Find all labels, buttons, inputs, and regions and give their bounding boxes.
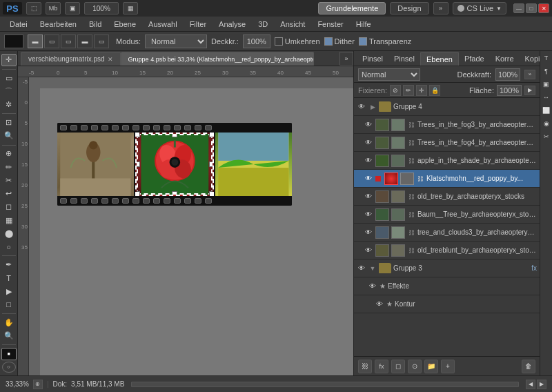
marquee-tool[interactable]: ▭ xyxy=(1,72,17,84)
minimize-button[interactable]: — xyxy=(513,3,524,13)
shape-tool[interactable]: □ xyxy=(1,299,17,311)
modus-select[interactable]: Normal xyxy=(145,35,207,48)
deckkraft-input[interactable] xyxy=(243,35,270,48)
blur-tool[interactable]: ⬤ xyxy=(1,228,17,239)
layers-adjustment-button[interactable]: ⊙ xyxy=(408,360,422,373)
shape-btn-5[interactable]: ▭ xyxy=(94,35,109,48)
layers-fx-button[interactable]: fx xyxy=(375,360,388,373)
brush-tool[interactable]: ✏ xyxy=(1,161,17,173)
panel-tab-pfade[interactable]: Pfade xyxy=(459,52,490,66)
fill-input[interactable] xyxy=(497,85,522,96)
layer-eye-kontur[interactable]: 👁 xyxy=(375,300,384,309)
cs-live-arrow[interactable]: ▼ xyxy=(496,6,502,12)
layers-mask-button[interactable]: ◻ xyxy=(391,360,405,373)
layer-trees-fog4[interactable]: 👁 ⛓ Trees_in_the_fog4_by_archaeopteryx..… xyxy=(354,134,540,152)
lock-transparent-icon[interactable]: ⊘ xyxy=(390,85,401,96)
layer-expand-gruppe3[interactable]: ▼ xyxy=(368,264,377,273)
layer-eye-effekte[interactable]: 👁 xyxy=(368,282,377,291)
spot-heal-tool[interactable]: ⊕ xyxy=(1,148,17,159)
tab-verschiebungsmatrix[interactable]: verschiebungsmatrix.psd ✕ xyxy=(21,52,121,66)
panel-tab-korre[interactable]: Korre xyxy=(490,52,520,66)
menu-datei[interactable]: Datei xyxy=(4,19,33,30)
foreground-color-box[interactable] xyxy=(4,35,23,48)
menu-auswahl[interactable]: Auswahl xyxy=(143,19,183,30)
shape-btn-1[interactable]: ▬ xyxy=(28,35,43,48)
layers-opacity-input[interactable] xyxy=(495,68,520,81)
fill-arrow[interactable]: ▶ xyxy=(524,86,535,95)
layer-eye-gruppe4[interactable]: 👁 xyxy=(357,102,366,112)
layer-eye-tree-clouds[interactable]: 👁 xyxy=(364,228,373,237)
panel-tab-pinsel2[interactable]: Pinsel xyxy=(388,52,420,66)
layer-klatschmohn[interactable]: 👁 ⛓ Klatschmohn__red_poppy_by... xyxy=(354,170,540,188)
rmtool-5[interactable]: ⬜ xyxy=(541,105,552,116)
tab-gruppe4[interactable]: Gruppe 4.psb bei 33,3% (Klatschmohn__red… xyxy=(121,52,314,66)
layer-apple[interactable]: 👁 ⛓ apple_in_the_shade_by_archaeoptey... xyxy=(354,152,540,170)
lasso-tool[interactable]: ⌒ xyxy=(1,86,17,97)
close-button[interactable]: ✕ xyxy=(538,3,549,13)
nav-prev-button[interactable]: ◀ xyxy=(526,380,535,389)
layer-gruppe3[interactable]: 👁 ▼ Gruppe 3 fx xyxy=(354,259,540,277)
menu-bearbeiten[interactable]: Bearbeiten xyxy=(34,19,82,30)
rmtool-7[interactable]: ✂ xyxy=(541,131,552,142)
layers-delete-button[interactable]: 🗑 xyxy=(522,360,535,373)
quick-mask-btn[interactable]: ○ xyxy=(2,362,16,373)
magic-wand-tool[interactable]: ✲ xyxy=(1,99,17,110)
history-brush-tool[interactable]: ↩ xyxy=(1,188,17,199)
shape-btn-2[interactable]: ▭ xyxy=(44,35,59,48)
layer-old-tree[interactable]: 👁 ⛓ old_tree_by_archaeopteryx_stocks xyxy=(354,188,540,206)
clone-stamp-tool[interactable]: ✂ xyxy=(1,175,17,186)
lock-move-icon[interactable]: ✛ xyxy=(416,85,427,96)
grundelemente-button[interactable]: Grundelemente xyxy=(318,2,386,14)
layer-eye-old-tree[interactable]: 👁 xyxy=(364,192,373,202)
canvas-icon[interactable]: ▦ xyxy=(123,2,138,14)
layer-tree-clouds[interactable]: 👁 ⛓ tree_and_clouds3_by_archaeopteryx_..… xyxy=(354,224,540,242)
dither-checkbox[interactable] xyxy=(324,37,333,46)
fg-bg-color[interactable]: ■ xyxy=(1,348,17,360)
horizontal-scrollbar[interactable] xyxy=(131,382,519,387)
mb-icon[interactable]: Mb xyxy=(46,2,61,14)
layers-new-button[interactable]: + xyxy=(441,360,455,373)
status-zoom-indicator[interactable]: ⊕ xyxy=(33,380,43,389)
layer-baum-tree[interactable]: 👁 ⛓ Baum__Tree_by_archaeopteryx_stocks xyxy=(354,206,540,224)
gradient-tool[interactable]: ▦ xyxy=(1,215,17,226)
layers-options-button[interactable]: » xyxy=(524,70,535,79)
layer-eye-klatschmohn[interactable]: 👁 xyxy=(364,174,373,184)
menu-ebene[interactable]: Ebene xyxy=(108,19,141,30)
design-button[interactable]: Design xyxy=(390,2,428,14)
layer-eye-trees-fog3[interactable]: 👁 xyxy=(364,120,373,130)
more-workspaces-icon[interactable]: » xyxy=(433,2,448,14)
rmtool-6[interactable]: ◉ xyxy=(541,118,552,129)
zoom-tool[interactable]: 🔍 xyxy=(1,330,17,342)
crop-tool[interactable]: ⊡ xyxy=(1,117,17,128)
menu-filter[interactable]: Filter xyxy=(184,19,212,30)
menu-bild[interactable]: Bild xyxy=(83,19,107,30)
pen-tool[interactable]: ✒ xyxy=(1,259,17,271)
dodge-tool[interactable]: ○ xyxy=(1,241,17,253)
layer-kontur[interactable]: 👁 ★ Kontur xyxy=(354,295,540,313)
layer-eye-apple[interactable]: 👁 xyxy=(364,156,373,166)
eyedropper-tool[interactable]: 🔍 xyxy=(1,130,17,141)
layer-expand-gruppe4[interactable]: ▶ xyxy=(368,103,377,111)
eraser-tool[interactable]: ◻ xyxy=(1,201,17,213)
tab1-close[interactable]: ✕ xyxy=(108,56,113,63)
path-selection-tool[interactable]: ▶ xyxy=(1,286,17,297)
menu-3d[interactable]: 3D xyxy=(253,19,273,30)
rmtool-2[interactable]: ¶ xyxy=(541,66,552,77)
maximize-button[interactable]: □ xyxy=(526,3,537,13)
layer-eye-gruppe3[interactable]: 👁 xyxy=(357,264,366,273)
umkehren-checkbox[interactable] xyxy=(275,37,283,46)
menu-hilfe[interactable]: Hilfe xyxy=(351,19,377,30)
hand-tool[interactable]: ✋ xyxy=(1,317,17,329)
rmtool-3[interactable]: ▣ xyxy=(541,79,552,90)
shape-btn-4[interactable]: ▬ xyxy=(77,35,92,48)
panel-tab-ebenen[interactable]: Ebenen xyxy=(420,52,459,66)
menu-fenster[interactable]: Fenster xyxy=(312,19,348,30)
transparenz-checkbox[interactable] xyxy=(359,37,367,46)
menu-analyse[interactable]: Analyse xyxy=(213,19,251,30)
layer-gruppe4[interactable]: 👁 ▶ Gruppe 4 xyxy=(354,98,540,116)
layer-eye-old-treeblunt[interactable]: 👁 xyxy=(364,246,373,255)
layer-eye-trees-fog4[interactable]: 👁 xyxy=(364,138,373,148)
lock-paint-icon[interactable]: ✏ xyxy=(403,85,414,96)
nav-next-button[interactable]: ▶ xyxy=(537,380,546,389)
rmtool-1[interactable]: T xyxy=(541,52,552,63)
